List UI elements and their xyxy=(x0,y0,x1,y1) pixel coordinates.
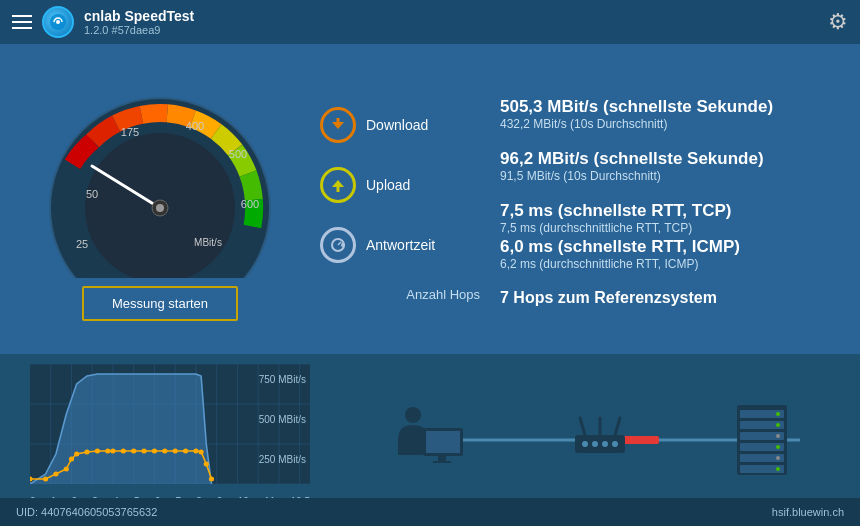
svg-marker-15 xyxy=(332,122,344,129)
svg-point-44 xyxy=(69,457,74,462)
upload-label: Upload xyxy=(366,177,410,193)
router-icon xyxy=(565,410,635,470)
server-rack-icon xyxy=(732,400,792,480)
svg-rect-63 xyxy=(426,431,460,453)
svg-point-82 xyxy=(776,423,780,427)
svg-point-56 xyxy=(183,449,188,454)
svg-text:600: 600 xyxy=(241,198,259,210)
svg-marker-17 xyxy=(332,180,344,187)
svg-point-50 xyxy=(121,449,126,454)
download-stat: 505,3 MBit/s (schnellste Sekunde) 432,2 … xyxy=(500,97,840,141)
upload-main-value: 96,2 MBit/s (schnellste Sekunde) xyxy=(500,149,840,169)
user-computer-icon xyxy=(388,400,468,480)
svg-point-45 xyxy=(74,452,79,457)
upload-icon xyxy=(320,167,356,203)
app-logo xyxy=(42,6,74,38)
download-icon xyxy=(320,107,356,143)
svg-point-49 xyxy=(110,449,115,454)
rtt-tcp-main: 7,5 ms (schnellste RTT, TCP) xyxy=(500,201,840,221)
svg-point-20 xyxy=(341,243,345,247)
svg-text:500: 500 xyxy=(229,148,247,160)
menu-button[interactable] xyxy=(12,15,32,29)
hops-stat: 7 Hops zum Referenzsystem xyxy=(500,289,840,307)
download-label: Download xyxy=(366,117,428,133)
svg-point-46 xyxy=(84,450,89,455)
app-name: cnlab SpeedTest xyxy=(84,8,194,24)
speedometer-area: 25 50 175 400 500 600 MBit/s xyxy=(20,54,300,344)
svg-point-47 xyxy=(95,449,100,454)
chart-y-labels: 750 MBit/s 500 MBit/s 250 MBit/s xyxy=(259,374,306,494)
start-measurement-button[interactable]: Messung starten xyxy=(82,286,238,321)
svg-point-55 xyxy=(173,449,178,454)
rtt-icmp-sub: 6,2 ms (durchschnittliche RTT, ICMP) xyxy=(500,257,840,271)
hops-value: 7 Hops zum Referenzsystem xyxy=(500,289,717,307)
hops-icon-row: Anzahl Hops xyxy=(320,287,480,302)
svg-point-43 xyxy=(64,467,69,472)
svg-text:400: 400 xyxy=(186,120,204,132)
settings-button[interactable]: ⚙ xyxy=(828,9,848,35)
svg-point-58 xyxy=(199,450,204,455)
svg-point-72 xyxy=(602,441,608,447)
svg-point-81 xyxy=(776,412,780,416)
header-left: cnlab SpeedTest 1.2.0 #57daea9 xyxy=(12,6,194,38)
stats-area: 505,3 MBit/s (schnellste Sekunde) 432,2 … xyxy=(500,54,840,344)
svg-point-86 xyxy=(776,467,780,471)
svg-point-53 xyxy=(152,449,157,454)
svg-rect-18 xyxy=(337,187,340,192)
chart-y-label-750: 750 MBit/s xyxy=(259,374,306,385)
svg-point-61 xyxy=(405,407,421,423)
svg-text:175: 175 xyxy=(121,126,139,138)
svg-line-67 xyxy=(580,418,585,435)
svg-point-14 xyxy=(156,204,164,212)
chart-y-label-500: 500 MBit/s xyxy=(259,414,306,425)
status-bar: UID: 4407640605053765632 hsif.bluewin.ch xyxy=(0,498,860,526)
download-icon-row: Download xyxy=(320,107,480,143)
rtt-tcp-sub: 7,5 ms (durchschnittliche RTT, TCP) xyxy=(500,221,840,235)
main-content: 25 50 175 400 500 600 MBit/s xyxy=(0,44,860,526)
svg-rect-16 xyxy=(337,118,340,123)
svg-point-52 xyxy=(141,449,146,454)
svg-point-57 xyxy=(193,449,198,454)
app-title: cnlab SpeedTest 1.2.0 #57daea9 xyxy=(84,8,194,36)
rtt-stat: 7,5 ms (schnellste RTT, TCP) 7,5 ms (dur… xyxy=(500,201,840,281)
svg-point-83 xyxy=(776,434,780,438)
svg-rect-65 xyxy=(433,461,451,463)
speedometer: 25 50 175 400 500 600 MBit/s xyxy=(30,78,290,278)
rtt-icmp-main: 6,0 ms (schnellste RTT, ICMP) xyxy=(500,237,840,257)
svg-point-1 xyxy=(56,20,60,24)
upload-sub-value: 91,5 MBit/s (10s Durchschnitt) xyxy=(500,169,840,183)
svg-point-59 xyxy=(204,462,209,467)
hops-label: Anzahl Hops xyxy=(320,287,480,302)
svg-point-70 xyxy=(582,441,588,447)
svg-text:MBit/s: MBit/s xyxy=(194,237,222,248)
svg-text:50: 50 xyxy=(86,188,98,200)
rtt-icon-row: Antwortzeit xyxy=(320,227,480,263)
server-node xyxy=(732,400,792,480)
svg-text:25: 25 xyxy=(76,238,88,250)
svg-point-42 xyxy=(53,472,58,477)
user-node xyxy=(388,400,468,480)
download-sub-value: 432,2 MBit/s (10s Durchschnitt) xyxy=(500,117,840,131)
rtt-label: Antwortzeit xyxy=(366,237,435,253)
chart-y-label-250: 250 MBit/s xyxy=(259,454,306,465)
svg-line-69 xyxy=(615,418,620,435)
server-label: hsif.bluewin.ch xyxy=(772,506,844,518)
upload-icon-row: Upload xyxy=(320,167,480,203)
svg-point-60 xyxy=(209,477,214,482)
svg-point-54 xyxy=(162,449,167,454)
svg-point-41 xyxy=(43,477,48,482)
svg-point-84 xyxy=(776,445,780,449)
svg-point-51 xyxy=(131,449,136,454)
top-section: 25 50 175 400 500 600 MBit/s xyxy=(0,44,860,354)
bottom-section: 750 MBit/s 500 MBit/s 250 MBit/s 0 1 2 3… xyxy=(0,354,860,526)
rtt-icon xyxy=(320,227,356,263)
uid-label: UID: 4407640605053765632 xyxy=(16,506,157,518)
icons-area: Download Upload xyxy=(320,54,480,344)
download-main-value: 505,3 MBit/s (schnellste Sekunde) xyxy=(500,97,840,117)
svg-point-71 xyxy=(592,441,598,447)
app-version: 1.2.0 #57daea9 xyxy=(84,24,194,36)
svg-point-85 xyxy=(776,456,780,460)
upload-stat: 96,2 MBit/s (schnellste Sekunde) 91,5 MB… xyxy=(500,149,840,193)
router-node xyxy=(565,410,635,470)
svg-rect-64 xyxy=(438,456,446,461)
